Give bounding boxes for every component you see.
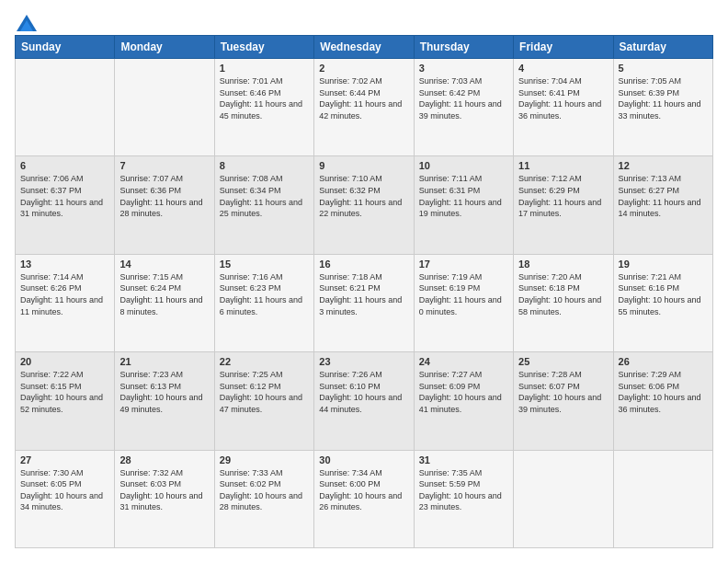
calendar-cell: 18 Sunrise: 7:20 AMSunset: 6:18 PMDaylig…	[514, 254, 613, 351]
calendar-cell: 16 Sunrise: 7:18 AMSunset: 6:21 PMDaylig…	[314, 254, 414, 351]
day-number: 28	[119, 454, 209, 465]
calendar-table: Sunday Monday Tuesday Wednesday Thursday…	[15, 35, 713, 548]
day-number: 16	[319, 259, 408, 270]
day-number: 25	[518, 356, 608, 367]
day-info: Sunrise: 7:34 AMSunset: 6:00 PMDaylight:…	[319, 467, 408, 513]
day-info: Sunrise: 7:01 AMSunset: 6:46 PMDaylight:…	[220, 75, 309, 121]
day-info: Sunrise: 7:12 AMSunset: 6:29 PMDaylight:…	[518, 173, 608, 219]
calendar-cell: 3 Sunrise: 7:03 AMSunset: 6:42 PMDayligh…	[414, 59, 513, 156]
day-number: 27	[20, 454, 109, 465]
day-info: Sunrise: 7:07 AMSunset: 6:36 PMDaylight:…	[119, 173, 209, 219]
calendar-week-5: 27 Sunrise: 7:30 AMSunset: 6:05 PMDaylig…	[16, 450, 713, 547]
calendar-cell: 22 Sunrise: 7:25 AMSunset: 6:12 PMDaylig…	[214, 352, 313, 450]
calendar-header: Sunday Monday Tuesday Wednesday Thursday…	[16, 36, 713, 59]
calendar-cell: 19 Sunrise: 7:21 AMSunset: 6:16 PMDaylig…	[613, 254, 712, 351]
day-number: 15	[220, 259, 309, 270]
day-number: 31	[419, 454, 508, 465]
day-info: Sunrise: 7:06 AMSunset: 6:37 PMDaylight:…	[20, 173, 109, 219]
logo-icon	[17, 15, 37, 31]
day-info: Sunrise: 7:23 AMSunset: 6:13 PMDaylight:…	[119, 369, 209, 415]
calendar-cell: 28 Sunrise: 7:32 AMSunset: 6:03 PMDaylig…	[115, 450, 214, 547]
calendar-cell: 21 Sunrise: 7:23 AMSunset: 6:13 PMDaylig…	[115, 352, 214, 450]
day-number: 5	[619, 63, 708, 74]
day-number: 23	[319, 356, 408, 367]
calendar-cell: 23 Sunrise: 7:26 AMSunset: 6:10 PMDaylig…	[314, 352, 414, 450]
day-number: 4	[518, 63, 608, 74]
day-info: Sunrise: 7:32 AMSunset: 6:03 PMDaylight:…	[119, 467, 209, 513]
calendar-cell: 15 Sunrise: 7:16 AMSunset: 6:23 PMDaylig…	[214, 254, 313, 351]
header-thursday: Thursday	[414, 36, 513, 59]
day-number: 17	[419, 259, 508, 270]
calendar-cell	[613, 450, 712, 547]
calendar-week-1: 1 Sunrise: 7:01 AMSunset: 6:46 PMDayligh…	[16, 59, 713, 156]
calendar-cell	[115, 59, 214, 156]
day-number: 21	[119, 356, 209, 367]
day-number: 24	[419, 356, 508, 367]
day-info: Sunrise: 7:25 AMSunset: 6:12 PMDaylight:…	[220, 369, 309, 415]
logo	[15, 15, 37, 28]
day-number: 6	[20, 160, 109, 171]
day-info: Sunrise: 7:26 AMSunset: 6:10 PMDaylight:…	[319, 369, 408, 415]
day-info: Sunrise: 7:08 AMSunset: 6:34 PMDaylight:…	[220, 173, 309, 219]
calendar-cell: 26 Sunrise: 7:29 AMSunset: 6:06 PMDaylig…	[613, 352, 712, 450]
day-number: 13	[20, 259, 109, 270]
day-info: Sunrise: 7:19 AMSunset: 6:19 PMDaylight:…	[419, 271, 508, 317]
day-number: 19	[619, 259, 708, 270]
day-number: 20	[20, 356, 109, 367]
day-number: 11	[518, 160, 608, 171]
day-info: Sunrise: 7:21 AMSunset: 6:16 PMDaylight:…	[619, 271, 708, 317]
day-info: Sunrise: 7:04 AMSunset: 6:41 PMDaylight:…	[518, 75, 608, 121]
day-info: Sunrise: 7:28 AMSunset: 6:07 PMDaylight:…	[518, 369, 608, 415]
day-number: 12	[619, 160, 708, 171]
day-number: 9	[319, 160, 408, 171]
day-number: 30	[319, 454, 408, 465]
day-number: 26	[619, 356, 708, 367]
calendar-cell: 6 Sunrise: 7:06 AMSunset: 6:37 PMDayligh…	[16, 156, 115, 254]
header-friday: Friday	[514, 36, 613, 59]
calendar-week-2: 6 Sunrise: 7:06 AMSunset: 6:37 PMDayligh…	[16, 156, 713, 254]
day-number: 22	[220, 356, 309, 367]
header-wednesday: Wednesday	[314, 36, 414, 59]
day-info: Sunrise: 7:03 AMSunset: 6:42 PMDaylight:…	[419, 75, 508, 121]
calendar-week-3: 13 Sunrise: 7:14 AMSunset: 6:26 PMDaylig…	[16, 254, 713, 351]
day-number: 29	[220, 454, 309, 465]
calendar-cell: 10 Sunrise: 7:11 AMSunset: 6:31 PMDaylig…	[414, 156, 513, 254]
calendar-cell: 20 Sunrise: 7:22 AMSunset: 6:15 PMDaylig…	[16, 352, 115, 450]
day-info: Sunrise: 7:05 AMSunset: 6:39 PMDaylight:…	[619, 75, 708, 121]
day-number: 10	[419, 160, 508, 171]
day-number: 7	[119, 160, 209, 171]
header-sunday: Sunday	[16, 36, 115, 59]
calendar-cell: 31 Sunrise: 7:35 AMSunset: 5:59 PMDaylig…	[414, 450, 513, 547]
day-number: 1	[220, 63, 309, 74]
header-monday: Monday	[115, 36, 214, 59]
calendar-cell: 29 Sunrise: 7:33 AMSunset: 6:02 PMDaylig…	[214, 450, 313, 547]
day-info: Sunrise: 7:27 AMSunset: 6:09 PMDaylight:…	[419, 369, 508, 415]
calendar-cell: 2 Sunrise: 7:02 AMSunset: 6:44 PMDayligh…	[314, 59, 414, 156]
calendar-cell: 9 Sunrise: 7:10 AMSunset: 6:32 PMDayligh…	[314, 156, 414, 254]
calendar-cell: 30 Sunrise: 7:34 AMSunset: 6:00 PMDaylig…	[314, 450, 414, 547]
calendar-cell: 7 Sunrise: 7:07 AMSunset: 6:36 PMDayligh…	[115, 156, 214, 254]
day-number: 8	[220, 160, 309, 171]
day-info: Sunrise: 7:22 AMSunset: 6:15 PMDaylight:…	[20, 369, 109, 415]
day-info: Sunrise: 7:18 AMSunset: 6:21 PMDaylight:…	[319, 271, 408, 317]
calendar-cell: 24 Sunrise: 7:27 AMSunset: 6:09 PMDaylig…	[414, 352, 513, 450]
header-saturday: Saturday	[613, 36, 712, 59]
day-info: Sunrise: 7:13 AMSunset: 6:27 PMDaylight:…	[619, 173, 708, 219]
day-info: Sunrise: 7:30 AMSunset: 6:05 PMDaylight:…	[20, 467, 109, 513]
calendar-cell: 14 Sunrise: 7:15 AMSunset: 6:24 PMDaylig…	[115, 254, 214, 351]
calendar-cell: 27 Sunrise: 7:30 AMSunset: 6:05 PMDaylig…	[16, 450, 115, 547]
calendar-body: 1 Sunrise: 7:01 AMSunset: 6:46 PMDayligh…	[16, 59, 713, 548]
calendar-cell: 1 Sunrise: 7:01 AMSunset: 6:46 PMDayligh…	[214, 59, 313, 156]
day-number: 2	[319, 63, 408, 74]
day-info: Sunrise: 7:33 AMSunset: 6:02 PMDaylight:…	[220, 467, 309, 513]
calendar-cell: 17 Sunrise: 7:19 AMSunset: 6:19 PMDaylig…	[414, 254, 513, 351]
day-number: 18	[518, 259, 608, 270]
day-info: Sunrise: 7:16 AMSunset: 6:23 PMDaylight:…	[220, 271, 309, 317]
day-info: Sunrise: 7:20 AMSunset: 6:18 PMDaylight:…	[518, 271, 608, 317]
calendar-cell: 5 Sunrise: 7:05 AMSunset: 6:39 PMDayligh…	[613, 59, 712, 156]
calendar-cell	[16, 59, 115, 156]
day-number: 14	[119, 259, 209, 270]
calendar-week-4: 20 Sunrise: 7:22 AMSunset: 6:15 PMDaylig…	[16, 352, 713, 450]
day-number: 3	[419, 63, 508, 74]
day-info: Sunrise: 7:29 AMSunset: 6:06 PMDaylight:…	[619, 369, 708, 415]
